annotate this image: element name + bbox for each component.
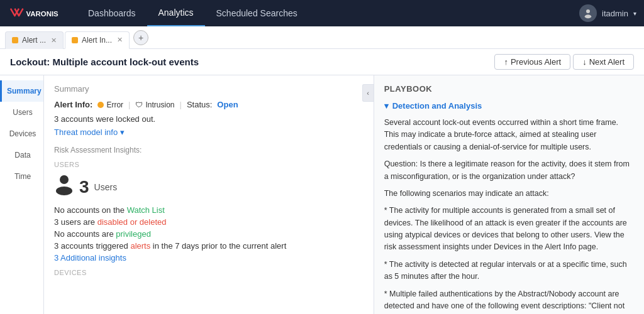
watch-list-line: No accounts on the Watch List — [54, 205, 364, 215]
alert-info-row: Alert Info: Error | 🛡 Intrusion | Status… — [54, 100, 364, 109]
alert-title: Lockout: Multiple account lock-out event… — [10, 57, 199, 67]
threat-model-label: Threat model info — [54, 127, 118, 137]
user-avatar — [579, 4, 597, 22]
nav-scheduled-searches[interactable]: Scheduled Searches — [205, 0, 309, 26]
tab-close-1[interactable]: ✕ — [51, 36, 57, 45]
tab-alert-1[interactable]: Alert ... ✕ — [5, 31, 64, 49]
logo: VARONIS — [8, 4, 64, 22]
separator-2: | — [179, 100, 181, 109]
user-count-number: 3 — [79, 177, 89, 197]
error-badge: Error — [97, 100, 123, 109]
tab-bar: Alert ... ✕ Alert In... ✕ + — [0, 26, 644, 49]
playbook-section-title[interactable]: ▾ Detection and Analysis — [384, 101, 634, 111]
privileged-line: No accounts are privileged — [54, 229, 364, 239]
playbook-para-1: Question: Is there a legitimate reason f… — [384, 158, 634, 183]
svg-text:VARONIS: VARONIS — [26, 10, 58, 18]
threat-model-chevron: ▾ — [120, 127, 125, 137]
status-value: Open — [217, 100, 238, 109]
devices-section-label: DEVICES — [54, 269, 364, 276]
playbook-chevron-icon: ▾ — [384, 101, 389, 111]
disabled-line: 3 users are disabled or deleted — [54, 217, 364, 227]
tab-indicator-1 — [12, 37, 18, 43]
intrusion-icon: 🛡 — [135, 100, 143, 109]
next-arrow-icon: ↓ — [582, 57, 587, 67]
user-count-label: Users — [94, 182, 118, 192]
sidebar-item-time[interactable]: Time — [0, 166, 43, 187]
right-panel: PLAYBOOK ▾ Detection and Analysis Severa… — [374, 75, 644, 314]
top-navigation: VARONIS Dashboards Analytics Scheduled S… — [0, 0, 644, 26]
tab-indicator-2 — [72, 37, 78, 43]
nav-dashboards[interactable]: Dashboards — [77, 0, 147, 26]
left-panel: ‹ Summary Alert Info: Error | 🛡 Intrusio… — [44, 75, 374, 314]
sidebar-item-users[interactable]: Users — [0, 102, 43, 123]
alerts-prefix: 3 accounts triggered — [54, 241, 130, 251]
main-layout: Summary Users Devices Data Time ‹ Summar… — [0, 75, 644, 314]
tab-alert-2[interactable]: Alert In... ✕ — [65, 31, 130, 49]
privileged-link[interactable]: privileged — [116, 229, 151, 239]
tab-label-1: Alert ... — [22, 36, 46, 45]
tab-close-2[interactable]: ✕ — [117, 36, 123, 44]
playbook-header: PLAYBOOK — [384, 84, 634, 94]
user-icon — [54, 173, 74, 200]
content-area: ‹ Summary Alert Info: Error | 🛡 Intrusio… — [44, 75, 644, 314]
sidebar-item-summary[interactable]: Summary — [0, 80, 43, 102]
playbook-body: Several account lock-out events occurred… — [384, 117, 634, 314]
error-dot — [97, 102, 104, 108]
alert-navigation: ↑ Previous Alert ↓ Next Alert — [494, 54, 634, 70]
alerts-suffix: in the 7 days prior to the current alert — [150, 241, 286, 251]
intrusion-badge: 🛡 Intrusion — [135, 100, 174, 109]
panel-title: Summary — [54, 84, 364, 94]
nav-right: itadmin ▾ — [579, 4, 636, 22]
svg-point-1 — [586, 9, 590, 13]
alert-header: Lockout: Multiple account lock-out event… — [0, 49, 644, 75]
svg-point-2 — [585, 14, 592, 18]
accounts-locked: 3 accounts were locked out. — [54, 114, 364, 124]
risk-assessment-title: Risk Assessment Insights: — [54, 146, 364, 154]
status-label: Status: — [187, 100, 212, 109]
disabled-link[interactable]: disabled or deleted — [97, 217, 167, 227]
user-dropdown-icon[interactable]: ▾ — [633, 10, 636, 17]
next-alert-button[interactable]: ↓ Next Alert — [573, 54, 634, 70]
privileged-prefix: No accounts are — [54, 229, 116, 239]
watch-list-prefix: No accounts on the — [54, 205, 127, 215]
user-count-row: 3 Users — [54, 173, 364, 200]
alert-info-label: Alert Info: — [54, 100, 92, 109]
add-tab-button[interactable]: + — [133, 30, 148, 45]
playbook-para-0: Several account lock-out events occurred… — [384, 117, 634, 153]
error-label: Error — [106, 100, 123, 109]
sidebar-item-devices[interactable]: Devices — [0, 123, 43, 144]
playbook-para-4: * The activity is detected at regular in… — [384, 259, 634, 283]
left-navigation: Summary Users Devices Data Time — [0, 75, 44, 314]
disabled-prefix: 3 users are — [54, 217, 97, 227]
sidebar-item-data[interactable]: Data — [0, 144, 43, 166]
threat-model-link[interactable]: Threat model info ▾ — [54, 127, 125, 137]
collapse-panel-button[interactable]: ‹ — [362, 84, 374, 102]
playbook-section-label: Detection and Analysis — [392, 101, 482, 111]
watch-list-link[interactable]: Watch List — [127, 205, 165, 215]
additional-insights-link[interactable]: 3 Additional insights — [54, 253, 126, 263]
alerts-link[interactable]: alerts — [130, 241, 150, 251]
username: itadmin — [602, 9, 628, 18]
playbook-para-3: * The activity for multiple accounts is … — [384, 205, 634, 254]
playbook-para-5: * Multiple failed authentications by the… — [384, 288, 634, 315]
separator-1: | — [128, 100, 130, 109]
previous-arrow-icon: ↑ — [504, 57, 508, 67]
nav-links: Dashboards Analytics Scheduled Searches — [77, 0, 579, 26]
intrusion-label: Intrusion — [145, 100, 174, 109]
alerts-line: 3 accounts triggered alerts in the 7 day… — [54, 241, 364, 251]
svg-point-4 — [56, 187, 72, 195]
previous-alert-button[interactable]: ↑ Previous Alert — [494, 54, 570, 70]
nav-analytics[interactable]: Analytics — [147, 0, 205, 26]
svg-point-3 — [60, 175, 69, 184]
additional-insights-line: 3 Additional insights — [54, 253, 364, 263]
tab-label-2: Alert In... — [82, 36, 112, 45]
users-section-label: USERS — [54, 161, 364, 168]
playbook-para-2: The following scenarios may indicate an … — [384, 188, 634, 200]
previous-alert-label: Previous Alert — [511, 57, 561, 67]
next-alert-label: Next Alert — [589, 57, 625, 67]
